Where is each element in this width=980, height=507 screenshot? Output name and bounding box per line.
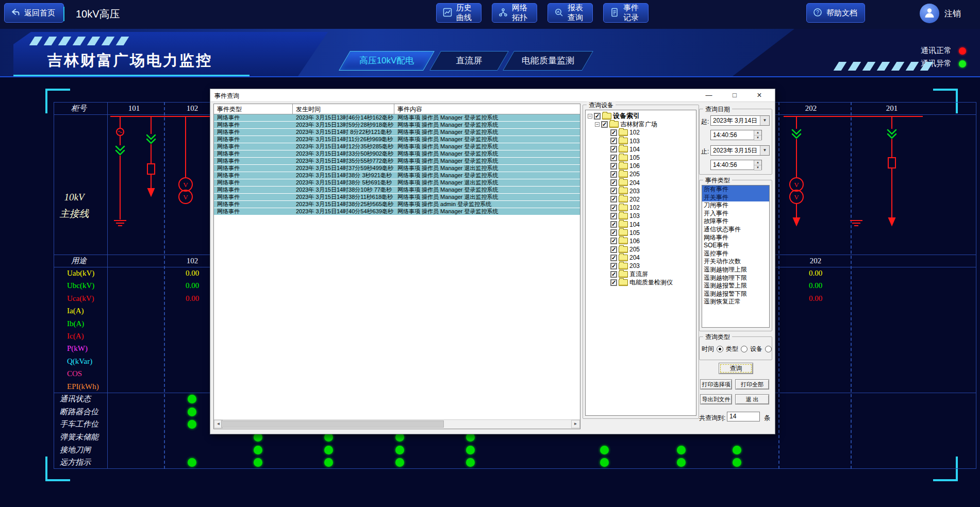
event-row[interactable]: 网络事件2023年 3月15日14时37分59秒499毫秒网络事项 操作员 Ma… bbox=[214, 165, 580, 172]
event-row[interactable]: 网络事件2023年 3月15日14时40分54秒639毫秒网络事项 操作员 Ma… bbox=[214, 208, 580, 215]
event-row[interactable]: 网络事件2023年 3月15日14时12分35秒285毫秒网络事项 操作员 Ma… bbox=[214, 143, 580, 150]
tree-item[interactable]: ✓204 bbox=[610, 179, 696, 187]
event-type-item[interactable]: 遥测恢复正常 bbox=[702, 298, 769, 306]
event-row[interactable]: 网络事件2023年 3月15日14时33分50秒902毫秒网络事项 操作员 Ma… bbox=[214, 150, 580, 158]
event-type-item[interactable]: 所有事件 bbox=[702, 185, 769, 194]
checkbox-checked[interactable]: ✓ bbox=[610, 205, 617, 211]
tree-item[interactable]: ✓106 bbox=[610, 237, 696, 245]
column-header[interactable]: 事件类型 bbox=[214, 104, 293, 114]
event-type-item[interactable]: 开关动作次数 bbox=[702, 258, 769, 266]
event-type-item[interactable]: 遥测越报警上限 bbox=[702, 282, 769, 290]
spin-down-icon[interactable]: ▼ bbox=[754, 165, 761, 171]
dialog-titlebar[interactable]: 事件查询 — □ × bbox=[210, 89, 775, 102]
end-date-select[interactable]: 2023年 3月15日 ▼ bbox=[710, 145, 770, 156]
spin-up-icon[interactable]: ▲ bbox=[754, 160, 761, 165]
tree-item[interactable]: ✓205 bbox=[610, 245, 696, 254]
event-type-item[interactable]: 刀闸事件 bbox=[702, 201, 769, 210]
tab-2[interactable]: 直流屏 bbox=[429, 51, 509, 71]
checkbox-checked[interactable]: ✓ bbox=[610, 221, 617, 228]
tree-item[interactable]: ✓203 bbox=[610, 262, 696, 270]
event-type-item[interactable]: 开关事件 bbox=[702, 194, 769, 202]
nav-button-network-topology-icon[interactable]: 网络拓扑 bbox=[492, 3, 537, 23]
tree-item[interactable]: ✓104 bbox=[610, 145, 696, 154]
event-type-item[interactable]: 遥测越物理上限 bbox=[702, 266, 769, 274]
tree-item[interactable]: −✓设备索引 bbox=[588, 112, 696, 120]
event-type-item[interactable]: 遥控事件 bbox=[702, 250, 769, 258]
horizontal-scrollbar[interactable]: ◄ ► bbox=[214, 419, 580, 429]
event-row[interactable]: 网络事件2023年 3月15日14时38分25秒565毫秒网络事项 操作员 ad… bbox=[214, 201, 580, 208]
time-spinner[interactable]: ▲ ▼ bbox=[754, 160, 761, 170]
tree-item[interactable]: ✓202 bbox=[610, 195, 696, 204]
start-time-input[interactable]: 14:40:56 ▲ ▼ bbox=[710, 130, 762, 140]
tree-item[interactable]: ✓102 bbox=[610, 204, 696, 212]
column-header[interactable]: 发生时间 bbox=[293, 104, 394, 114]
checkbox-checked[interactable]: ✓ bbox=[610, 263, 617, 269]
nav-button-event-log-icon[interactable]: 事件记录 bbox=[603, 3, 649, 23]
checkbox-checked[interactable]: ✓ bbox=[610, 213, 617, 219]
tree-item[interactable]: ✓103 bbox=[610, 212, 696, 220]
tree-item[interactable]: ✓104 bbox=[610, 220, 696, 228]
tree-item[interactable]: ✓105 bbox=[610, 154, 696, 162]
event-type-item[interactable]: 故障事件 bbox=[702, 217, 769, 226]
spin-down-icon[interactable]: ▼ bbox=[754, 136, 761, 141]
minimize-icon[interactable]: — bbox=[701, 90, 717, 100]
nav-button-report-search-icon[interactable]: 报表查询 bbox=[547, 3, 593, 23]
end-time-input[interactable]: 14:40:56 ▲ ▼ bbox=[710, 160, 762, 170]
checkbox-checked[interactable]: ✓ bbox=[610, 155, 617, 161]
radio-button[interactable] bbox=[717, 346, 723, 352]
chevron-down-icon[interactable]: ▼ bbox=[760, 116, 769, 125]
event-row[interactable]: 网络事件2023年 3月15日14时38分10秒 77毫秒网络事项 操作员 Ma… bbox=[214, 187, 580, 194]
event-type-item[interactable]: 开入事件 bbox=[702, 210, 769, 218]
radio-button[interactable] bbox=[741, 346, 748, 352]
event-type-item[interactable]: SOE事件 bbox=[702, 242, 769, 250]
column-header[interactable]: 事件内容 bbox=[394, 104, 578, 114]
nav-button-help-doc-icon[interactable]: ?帮助文档 bbox=[806, 3, 865, 23]
tab-1[interactable]: 高压10kV配电 bbox=[339, 51, 435, 71]
checkbox-checked[interactable]: ✓ bbox=[610, 146, 617, 153]
scrollbar-thumb[interactable] bbox=[221, 420, 444, 428]
checkbox-checked[interactable]: ✓ bbox=[610, 171, 617, 178]
event-row[interactable]: 网络事件2023年 3月15日14时11分26秒969毫秒网络事项 操作员 Ma… bbox=[214, 136, 580, 143]
checkbox-checked[interactable]: ✓ bbox=[610, 179, 617, 186]
checkbox-checked[interactable]: ✓ bbox=[610, 246, 617, 253]
export-file-button[interactable]: 导出到文件 bbox=[700, 394, 732, 404]
checkbox-checked[interactable]: ✓ bbox=[610, 229, 617, 236]
tree-item[interactable]: ✓105 bbox=[610, 229, 696, 237]
tree-item[interactable]: ✓203 bbox=[610, 187, 696, 195]
event-row[interactable]: 网络事件2023年 3月15日13时46分14秒162毫秒网络事项 操作员 Ma… bbox=[214, 114, 580, 122]
tree-item[interactable]: ✓106 bbox=[610, 162, 696, 170]
tree-collapse-icon[interactable]: − bbox=[588, 114, 592, 119]
event-type-item[interactable]: 遥测越物理下限 bbox=[702, 274, 769, 282]
back-button[interactable]: 返回首页 bbox=[4, 3, 64, 23]
tree-item[interactable]: ✓直流屏 bbox=[610, 271, 696, 279]
checkbox-checked[interactable]: ✓ bbox=[610, 279, 617, 286]
event-row[interactable]: 网络事件2023年 3月15日14时 8分22秒121毫秒网络事项 操作员 Ma… bbox=[214, 129, 580, 136]
tree-item[interactable]: ✓205 bbox=[610, 170, 696, 178]
checkbox-checked[interactable]: ✓ bbox=[610, 196, 617, 202]
chevron-down-icon[interactable]: ▼ bbox=[760, 146, 769, 155]
checkbox-checked[interactable]: ✓ bbox=[601, 121, 608, 128]
print-selected-button[interactable]: 打印选择项 bbox=[700, 379, 732, 390]
nav-button-history-curve-icon[interactable]: 历史曲线 bbox=[436, 3, 481, 23]
tree-item[interactable]: ✓204 bbox=[610, 254, 696, 262]
tree-item[interactable]: −✓吉林财富广场 bbox=[595, 120, 696, 128]
event-row[interactable]: 网络事件2023年 3月15日13时59分28秒918毫秒网络事项 操作员 Ma… bbox=[214, 122, 580, 129]
checkbox-checked[interactable]: ✓ bbox=[610, 238, 617, 244]
checkbox-checked[interactable]: ✓ bbox=[610, 129, 617, 136]
tab-3[interactable]: 电能质量监测 bbox=[503, 51, 593, 71]
query-button[interactable]: 查询 bbox=[719, 363, 753, 374]
scroll-right-icon[interactable]: ► bbox=[571, 420, 580, 428]
logout-button[interactable]: 注销 bbox=[944, 9, 961, 20]
avatar[interactable] bbox=[920, 4, 939, 23]
radio-button[interactable] bbox=[765, 346, 772, 352]
checkbox-checked[interactable]: ✓ bbox=[610, 188, 617, 194]
tree-collapse-icon[interactable]: − bbox=[595, 122, 600, 127]
checkbox-checked[interactable]: ✓ bbox=[594, 113, 601, 120]
exit-button[interactable]: 退 出 bbox=[735, 394, 769, 404]
close-icon[interactable]: × bbox=[752, 90, 767, 100]
checkbox-checked[interactable]: ✓ bbox=[610, 271, 617, 278]
print-all-button[interactable]: 打印全部 bbox=[735, 379, 769, 390]
checkbox-checked[interactable]: ✓ bbox=[610, 255, 617, 261]
tree-item[interactable]: ✓103 bbox=[610, 137, 696, 145]
event-row[interactable]: 网络事件2023年 3月15日14时38分 5秒691毫秒网络事项 操作员 Ma… bbox=[214, 179, 580, 187]
